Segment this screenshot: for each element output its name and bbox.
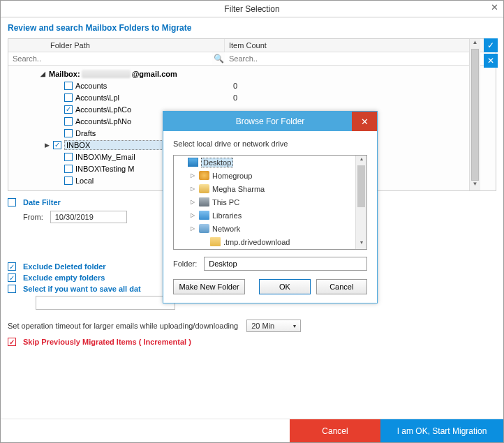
dialog-titlebar: Browse For Folder ✕ [163, 112, 377, 131]
save-all-checkbox[interactable] [8, 285, 16, 293]
tree-item-label: Homegroup [212, 172, 252, 180]
cancel-button[interactable]: Cancel [290, 419, 380, 443]
drive-tree-item[interactable]: ▷Homegroup [174, 169, 366, 182]
tree-item-label: Megha Sharma [212, 185, 265, 193]
row-checkbox[interactable] [64, 93, 73, 102]
drive-tree-item[interactable]: Desktop [174, 156, 366, 169]
start-migration-button[interactable]: I am OK, Start Migration [380, 419, 503, 443]
drive-tree-item[interactable]: ▷This PC [174, 195, 366, 209]
save-path-input[interactable] [36, 296, 175, 310]
row-checkbox[interactable] [64, 117, 73, 126]
row-checkbox[interactable] [64, 165, 73, 173]
window-title: Filter Selection [224, 4, 279, 14]
exclude-empty-label: Exclude empty folders [23, 273, 105, 282]
page-subtitle: Review and search Mailbox Folders to Mig… [1, 17, 503, 38]
row-checkbox[interactable] [53, 141, 61, 149]
expand-icon[interactable]: ▷ [191, 212, 196, 218]
table-row[interactable]: Accounts0 [8, 80, 496, 91]
drive-tree-item[interactable]: ▷Libraries [174, 209, 366, 222]
deselect-all-button[interactable]: ✕ [484, 54, 498, 68]
browse-folder-dialog: Browse For Folder ✕ Select local drive o… [163, 111, 378, 303]
footer: Cancel I am OK, Start Migration [1, 419, 503, 442]
row-checkbox[interactable] [64, 105, 73, 114]
make-new-folder-button[interactable]: Make New Folder [173, 279, 245, 294]
folder-icon [210, 237, 221, 246]
tree-item-label: Desktop [201, 158, 233, 167]
lib-icon [199, 211, 209, 220]
timeout-select[interactable]: 20 Min ▾ [246, 320, 301, 332]
exclude-deleted-label: Exclude Deleted folder [23, 262, 106, 271]
row-label: Accounts\Lpl [75, 93, 233, 102]
expand-icon[interactable]: ▷ [191, 172, 196, 179]
user-icon [199, 184, 209, 193]
close-icon[interactable]: ✕ [488, 2, 501, 15]
row-label: Accounts [75, 82, 233, 90]
tree-item-label: Network [212, 225, 240, 233]
col-header-path[interactable]: Folder Path [8, 39, 225, 52]
drive-tree-item[interactable]: ▷Network [174, 222, 366, 235]
skip-migrated-label: Skip Previously Migrated Items ( Increme… [23, 338, 191, 346]
scroll-up-icon[interactable]: ▲ [470, 39, 480, 49]
tree-item-label: This PC [212, 198, 239, 207]
exclude-empty-checkbox[interactable] [8, 273, 16, 282]
redacted-text [82, 70, 131, 78]
titlebar: Filter Selection ✕ [1, 1, 503, 17]
mailbox-row[interactable]: ◢ Mailbox: @gmail.com [8, 68, 496, 80]
dialog-cancel-button[interactable]: Cancel [316, 279, 367, 294]
search-path-input[interactable] [8, 52, 212, 65]
pc-icon [199, 197, 209, 207]
timeout-label: Set operation timeout for larger emails … [8, 322, 238, 330]
scroll-down-icon[interactable]: ▾ [356, 239, 366, 249]
desktop-icon [188, 158, 198, 167]
date-filter-label: Date Filter [23, 198, 61, 207]
chevron-down-icon: ▾ [293, 323, 296, 329]
scroll-up-icon[interactable]: ▴ [356, 156, 366, 165]
from-label: From: [23, 213, 43, 221]
folder-field-label: Folder: [173, 260, 197, 268]
folder-name-input[interactable] [204, 257, 367, 271]
row-checkbox[interactable] [64, 153, 73, 161]
tree-item-label: .tmp.drivedownload [223, 238, 290, 246]
dialog-close-button[interactable]: ✕ [352, 112, 377, 131]
scroll-thumb[interactable] [357, 165, 365, 207]
row-count: 0 [233, 82, 237, 90]
scroll-down-icon[interactable]: ▼ [470, 181, 480, 190]
drive-tree-item[interactable]: ▷Megha Sharma [174, 182, 366, 195]
table-row[interactable]: Accounts\Lpl0 [8, 91, 496, 103]
home-icon [199, 171, 209, 180]
scroll-thumb[interactable] [471, 49, 479, 181]
skip-migrated-checkbox[interactable] [8, 338, 16, 346]
grid-scrollbar[interactable]: ▲ ▼ [469, 39, 480, 190]
expand-icon[interactable]: ▶ [45, 142, 53, 149]
expand-icon[interactable]: ▷ [191, 199, 196, 205]
row-checkbox[interactable] [64, 82, 73, 90]
select-all-button[interactable]: ✓ [484, 38, 498, 52]
expand-icon[interactable]: ▷ [191, 186, 196, 192]
row-count: 0 [233, 93, 237, 102]
from-date-input[interactable]: 10/30/2019 [50, 211, 127, 223]
exclude-deleted-checkbox[interactable] [8, 262, 16, 271]
tree-item-label: Libraries [212, 211, 242, 220]
search-icon[interactable]: 🔍 [212, 52, 225, 65]
search-count-input[interactable] [225, 52, 483, 65]
dialog-ok-button[interactable]: OK [259, 279, 310, 294]
row-checkbox[interactable] [64, 177, 73, 185]
save-all-label: Select if you want to save all dat [23, 285, 141, 293]
date-filter-checkbox[interactable] [8, 198, 16, 207]
drive-tree[interactable]: Desktop▷Homegroup▷Megha Sharma▷This PC▷L… [173, 155, 367, 250]
expand-icon[interactable]: ▷ [191, 225, 196, 232]
dialog-instruction: Select local drive or network drive [173, 140, 367, 148]
collapse-icon[interactable]: ◢ [40, 70, 49, 77]
row-checkbox[interactable] [64, 129, 73, 137]
net-icon [199, 224, 209, 233]
dialog-scrollbar[interactable]: ▴ ▾ [355, 156, 366, 249]
col-header-count[interactable]: Item Count [225, 39, 496, 52]
drive-tree-item[interactable]: .tmp.drivedownload [174, 235, 366, 248]
